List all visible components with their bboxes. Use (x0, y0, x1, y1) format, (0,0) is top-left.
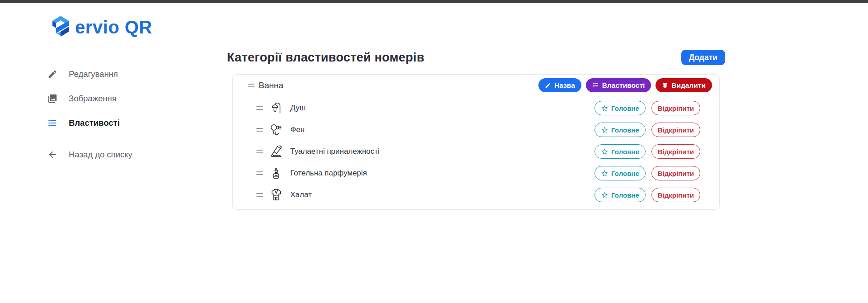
sidebar-item-label: Властивості (69, 118, 120, 128)
trash-icon (662, 82, 668, 89)
list-icon (592, 82, 599, 89)
property-label: Халат (290, 190, 312, 199)
shower-icon (269, 101, 283, 115)
unpin-button[interactable]: Відкріпити (651, 188, 700, 202)
sidebar-item-label: Редагування (69, 69, 118, 79)
drag-handle[interactable] (256, 171, 263, 175)
star-icon (601, 148, 609, 156)
unpin-button[interactable]: Відкріпити (651, 123, 700, 137)
servio-qr-logo[interactable]: ervio QR (49, 14, 152, 38)
sidebar-item-back-to-list[interactable]: Назад до списку (47, 148, 132, 161)
sidebar-item-label: Назад до списку (69, 150, 132, 160)
property-list: Душ Головне Відкріпити (233, 96, 719, 209)
set-primary-button[interactable]: Головне (594, 166, 646, 180)
drag-handle[interactable] (256, 128, 263, 132)
set-primary-button[interactable]: Головне (594, 123, 646, 137)
unpin-button[interactable]: Відкріпити (651, 101, 700, 115)
sidebar-item-properties[interactable]: Властивості (47, 116, 132, 130)
sidebar-item-images[interactable]: Зображення (47, 92, 132, 105)
drag-handle[interactable] (256, 193, 263, 197)
add-button[interactable]: Додати (681, 50, 725, 65)
arrow-left-icon (47, 149, 58, 160)
sidebar-item-edit[interactable]: Редагування (47, 67, 132, 81)
property-row: Туалаетні приналежності Головне Відкріпи… (233, 141, 719, 162)
set-primary-button[interactable]: Головне (594, 188, 646, 202)
hairdryer-icon (269, 123, 283, 137)
image-icon (47, 93, 58, 104)
unpin-button[interactable]: Відкріпити (651, 144, 700, 159)
main-content: Категорії властивостей номерів Додати Ва… (227, 50, 725, 210)
top-border-bar (0, 0, 868, 3)
property-label: Фен (290, 125, 305, 134)
properties-button[interactable]: Властивості (586, 78, 651, 92)
drag-handle[interactable] (248, 84, 255, 87)
star-icon (601, 191, 609, 199)
property-row: Готельна парфумерія Головне Відкріпити (233, 162, 719, 184)
set-primary-button[interactable]: Головне (594, 144, 646, 159)
category-card: Ванна Назва Властивості (232, 74, 720, 210)
set-primary-button[interactable]: Головне (594, 101, 646, 115)
category-name: Ванна (259, 80, 283, 90)
drag-handle[interactable] (256, 106, 263, 110)
drag-handle[interactable] (256, 150, 263, 153)
property-row: Душ Головне Відкріпити (233, 97, 719, 119)
star-icon (601, 104, 609, 112)
bathrobe-icon (269, 188, 283, 202)
rename-button[interactable]: Назва (538, 78, 581, 92)
pencil-icon (545, 82, 551, 89)
property-label: Готельна парфумерія (290, 169, 367, 178)
property-label: Туалаетні приналежності (290, 147, 380, 156)
star-icon (601, 170, 609, 177)
property-label: Душ (290, 104, 306, 113)
pencil-icon (47, 69, 58, 80)
property-row: Фен Головне Відкріпити (233, 119, 719, 141)
property-row: Халат Головне Відкріпити (233, 184, 719, 206)
sidebar: Редагування Зображення Властивості Назад… (47, 67, 132, 161)
star-icon (601, 126, 609, 134)
delete-button[interactable]: Видалити (656, 78, 712, 92)
toiletries-icon (269, 145, 283, 158)
sidebar-item-label: Зображення (69, 94, 117, 104)
category-header: Ванна Назва Властивості (233, 75, 719, 96)
page-title: Категорії властивостей номерів (227, 51, 425, 65)
servio-logo-icon (49, 14, 72, 38)
perfume-icon (269, 166, 283, 180)
list-icon (47, 118, 58, 128)
logo-text: ervio QR (75, 16, 152, 36)
unpin-button[interactable]: Відкріпити (651, 166, 700, 180)
